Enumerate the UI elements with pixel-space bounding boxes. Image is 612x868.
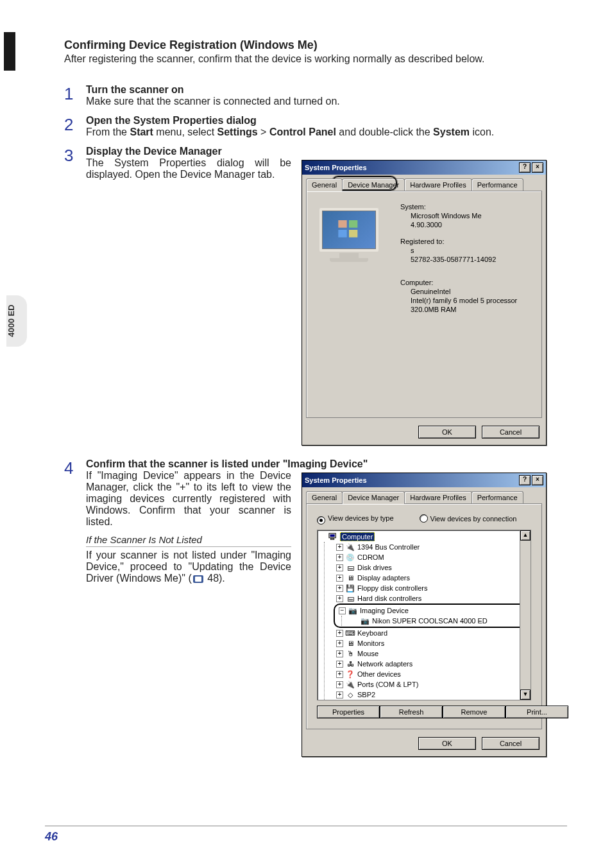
step-2: 2 Open the System Properties dialog From… <box>64 115 567 138</box>
step-4-sub-desc: If your scanner is not listed under "Ima… <box>86 550 291 584</box>
cdrom-icon: 💿 <box>346 553 355 562</box>
scrollbar[interactable]: ▲ ▼ <box>520 530 531 700</box>
tab-panel-general: System: Microsoft Windows Me 4.90.3000 R… <box>306 191 542 418</box>
svg-rect-5 <box>330 535 335 537</box>
section-intro: After registering the scanner, confirm t… <box>64 53 567 65</box>
cancel-button[interactable]: Cancel <box>482 426 540 438</box>
tab-hardware-profiles[interactable]: Hardware Profiles <box>404 491 472 503</box>
step-4: 4 Confirm that the scanner is listed und… <box>64 458 567 757</box>
properties-button[interactable]: Properties <box>317 706 380 718</box>
expand-icon[interactable]: + <box>336 630 343 637</box>
tree-node[interactable]: +🖴Hard disk controllers <box>334 593 529 603</box>
dialog-buttons: OK Cancel <box>302 733 546 756</box>
device-tree[interactable]: Computer +🔌1394 Bus Controller +💿CDROM +… <box>317 530 531 700</box>
step-3: 3 Display the Device Manager The System … <box>64 146 567 446</box>
b: System <box>433 126 470 137</box>
dialog-title: System Properties <box>305 476 367 484</box>
svg-rect-1 <box>349 220 357 228</box>
radio-icon <box>420 514 428 523</box>
tree-node[interactable]: +🖴Disk drives <box>334 562 529 573</box>
tree-node-imaging[interactable]: −📷Imaging Device <box>336 605 527 616</box>
ok-button[interactable]: OK <box>418 737 476 750</box>
tree-label: Monitors <box>357 639 384 647</box>
camera-icon: 📷 <box>348 606 357 615</box>
expand-icon[interactable]: + <box>336 661 343 668</box>
expand-icon[interactable]: + <box>336 671 343 678</box>
help-button[interactable]: ? <box>519 475 531 485</box>
tab-general[interactable]: General <box>306 178 343 191</box>
expand-icon[interactable]: + <box>336 595 343 602</box>
expand-icon[interactable]: + <box>336 564 343 571</box>
step-2-number: 2 <box>64 115 86 138</box>
step-1-desc: Make sure that the scanner is connected … <box>86 96 567 107</box>
expand-icon[interactable]: + <box>336 640 343 647</box>
scroll-up-icon[interactable]: ▲ <box>520 530 531 541</box>
step-4-desc: If "Imaging Device" appears in the Devic… <box>86 470 291 528</box>
system-properties-dialog-2: System Properties ? × General Device Man… <box>302 473 547 757</box>
radio-icon <box>317 516 325 525</box>
display-icon: 🖥 <box>346 573 355 582</box>
expand-icon[interactable]: + <box>336 681 343 688</box>
remove-button[interactable]: Remove <box>443 706 506 718</box>
windows-logo-icon <box>336 217 362 243</box>
page-footer: 46 <box>45 826 567 844</box>
tab-hardware-profiles[interactable]: Hardware Profiles <box>404 178 472 191</box>
expand-icon[interactable]: + <box>336 544 343 551</box>
tree-node[interactable]: +🖥Monitors <box>334 638 529 648</box>
close-button[interactable]: × <box>532 162 543 173</box>
tree-node[interactable]: +🖥Display adapters <box>334 573 529 583</box>
tree-node[interactable]: +⌨Keyboard <box>334 628 529 638</box>
step-2-desc: From the Start menu, select Settings > C… <box>86 126 567 138</box>
tree-node[interactable]: +🔌Ports (COM & LPT) <box>334 679 529 690</box>
system-line: 4.90.3000 <box>411 221 531 229</box>
tree-node-scanner[interactable]: 📷Nikon SUPER COOLSCAN 4000 ED <box>351 616 527 626</box>
scanner-icon: 📷 <box>361 616 370 625</box>
tab-general[interactable]: General <box>306 491 343 503</box>
tree-children: +🔌1394 Bus Controller +💿CDROM +🖴Disk dri… <box>324 542 529 700</box>
tree-node[interactable]: +🖧Network adapters <box>334 659 529 669</box>
tab-device-manager[interactable]: Device Manager <box>342 491 405 504</box>
tree-node[interactable]: +◇SBP2 <box>334 690 529 700</box>
tree-node[interactable]: +💿CDROM <box>334 552 529 562</box>
tree-node[interactable]: +❓Other devices <box>334 669 529 679</box>
svg-rect-0 <box>338 220 346 228</box>
open-book-icon <box>193 575 203 583</box>
bus-icon: 🔌 <box>346 542 355 551</box>
radio-label: View devices by connection <box>430 515 517 523</box>
expand-icon[interactable]: + <box>336 650 343 657</box>
b: Start <box>130 126 153 137</box>
tree-node[interactable]: +🔌1394 Bus Controller <box>334 542 529 552</box>
expand-icon[interactable]: + <box>336 691 343 699</box>
tree-label: SBP2 <box>357 691 375 699</box>
close-button[interactable]: × <box>532 475 543 485</box>
tree-node[interactable]: +🖱Mouse <box>334 648 529 659</box>
system-label: System: <box>400 203 531 211</box>
collapse-icon[interactable]: − <box>339 607 346 614</box>
tree-label: Ports (COM & LPT) <box>357 681 418 688</box>
ok-button[interactable]: OK <box>418 426 476 438</box>
tab-performance[interactable]: Performance <box>472 491 523 503</box>
expand-icon[interactable]: + <box>336 585 343 592</box>
t: 48). <box>205 573 225 584</box>
help-button[interactable]: ? <box>519 162 531 173</box>
computer-label: Computer: <box>400 279 531 286</box>
system-line: Microsoft Windows Me <box>411 212 531 220</box>
scroll-down-icon[interactable]: ▼ <box>520 690 531 700</box>
tree-label: Disk drives <box>357 564 392 571</box>
titlebar: System Properties ? × <box>302 473 546 487</box>
print-button[interactable]: Print... <box>506 706 568 718</box>
t: menu, select <box>153 126 217 137</box>
refresh-button[interactable]: Refresh <box>380 706 443 718</box>
cancel-button[interactable]: Cancel <box>482 737 540 750</box>
radio-view-by-type[interactable]: View devices by type <box>317 514 394 525</box>
tab-device-manager[interactable]: Device Manager <box>342 178 405 191</box>
t: If your scanner is not listed under "Ima… <box>86 550 291 584</box>
tab-performance[interactable]: Performance <box>472 178 523 191</box>
ports-icon: 🔌 <box>346 680 355 689</box>
expand-icon[interactable]: + <box>336 575 343 582</box>
tree-root[interactable]: Computer <box>319 532 529 542</box>
radio-view-by-connection[interactable]: View devices by connection <box>420 514 517 525</box>
expand-icon[interactable]: + <box>336 554 343 561</box>
tree-node[interactable]: +💾Floppy disk controllers <box>334 583 529 593</box>
step-3-title: Display the Device Manager <box>86 146 222 157</box>
